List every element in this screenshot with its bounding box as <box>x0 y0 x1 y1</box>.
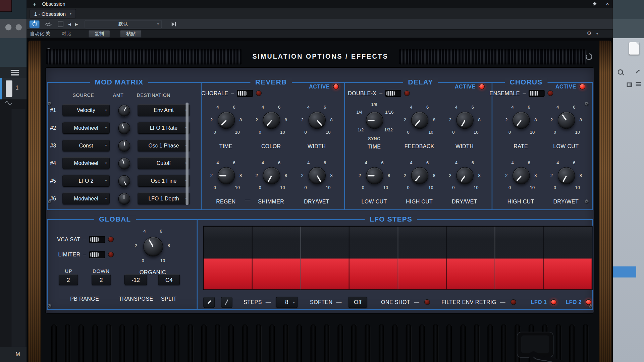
knob[interactable] <box>411 112 428 129</box>
knob[interactable] <box>118 193 130 205</box>
mod-destination-select[interactable]: Osc 1 Phase▾ <box>138 139 190 152</box>
reverb-time-knob[interactable]: 0246810TIME <box>206 102 246 149</box>
transpose-value[interactable]: -12 <box>124 274 147 285</box>
lfo-step-bar[interactable] <box>252 258 301 289</box>
lfo2-led[interactable] <box>586 299 591 305</box>
delay-active-led[interactable] <box>479 84 485 89</box>
vca-sat-led[interactable] <box>108 236 114 242</box>
mod-source-select[interactable]: Const▾ <box>62 139 110 152</box>
knob[interactable] <box>558 167 575 184</box>
knob[interactable] <box>456 112 473 129</box>
next-preset-button[interactable]: ▶ <box>75 22 78 26</box>
chorus-drywet-knob[interactable]: 0246810DRY/WET <box>546 157 586 205</box>
one-shot-led[interactable] <box>424 299 430 305</box>
mod-destination-select[interactable]: Osc 1 Fine▾ <box>138 175 190 187</box>
knob[interactable] <box>309 112 326 129</box>
lfo-step-bar[interactable] <box>204 258 252 289</box>
knob[interactable] <box>118 105 130 117</box>
delay-time-knob[interactable]: 1/81/41/161/21/32SYNCTIME <box>355 102 394 149</box>
reverb-width-knob[interactable]: 0246810WIDTH <box>297 102 336 149</box>
document-icon[interactable] <box>629 42 639 55</box>
lfo-step-bar[interactable] <box>349 258 398 289</box>
bypass-power-button[interactable] <box>29 20 40 28</box>
knob[interactable] <box>366 112 383 129</box>
vca-sat-switch[interactable] <box>89 236 105 243</box>
limiter-led[interactable] <box>108 252 114 257</box>
mod-source-select[interactable]: Modwheel▾ <box>62 157 110 169</box>
close-icon[interactable]: × <box>606 0 609 7</box>
automation-wave-icon[interactable] <box>5 101 12 105</box>
steps-select[interactable]: 8 ▾ <box>276 297 298 308</box>
pb-down-value[interactable]: 2 <box>92 274 111 285</box>
window-control-dot[interactable] <box>16 24 22 30</box>
lfo2-tab[interactable]: LFO 2 <box>566 299 582 305</box>
mod-destination-select[interactable]: Env Amt▾ <box>138 104 190 116</box>
limiter-switch[interactable] <box>89 251 105 258</box>
delay-feedback-knob[interactable]: 0246810FEEDBACK <box>399 102 439 149</box>
knob[interactable] <box>118 175 130 187</box>
line-tool-button[interactable] <box>221 297 232 308</box>
chorale-switch[interactable] <box>237 90 253 97</box>
ensemble-led[interactable] <box>547 90 553 96</box>
mod-source-select[interactable]: Modwheel▾ <box>62 192 110 204</box>
chorale-led[interactable] <box>256 90 262 96</box>
plugin-titlebar[interactable]: + Obsession × <box>27 0 613 8</box>
refresh-icon[interactable] <box>585 53 593 61</box>
list-view-icon[interactable] <box>636 82 641 87</box>
mod-amount-knob[interactable] <box>117 122 130 134</box>
knob[interactable] <box>558 112 575 129</box>
mod-destination-select[interactable]: LFO 1 Depth▾ <box>138 192 190 204</box>
mod-destination-select[interactable]: LFO 1 Rate▾ <box>138 122 190 134</box>
lfo-step-bar[interactable] <box>398 258 446 289</box>
knob[interactable] <box>263 112 280 129</box>
knob[interactable] <box>309 167 326 184</box>
split-view-icon[interactable] <box>627 82 632 87</box>
mod-destination-select[interactable]: Cutoff▾ <box>138 157 190 169</box>
preset-tab[interactable]: 1 - Obsession ▾ <box>30 9 76 18</box>
ensemble-switch[interactable] <box>529 90 545 97</box>
mod-matrix-scrollbar[interactable] <box>185 103 189 205</box>
chorus-highcut-knob[interactable]: 0246810HIGH CUT <box>501 157 541 205</box>
knob[interactable] <box>366 167 383 184</box>
lfo-step-bar[interactable] <box>543 258 592 289</box>
lfo1-tab[interactable]: LFO 1 <box>531 299 547 305</box>
chorus-active-led[interactable] <box>580 84 585 89</box>
skip-end-icon[interactable] <box>172 22 176 26</box>
knob[interactable] <box>513 167 530 184</box>
daw-selection-bar[interactable] <box>613 266 636 278</box>
gear-icon[interactable]: ⚙ <box>587 31 591 36</box>
knob[interactable] <box>118 122 130 134</box>
lfo-step-bar[interactable] <box>446 258 495 289</box>
mute-button[interactable]: M <box>16 351 20 357</box>
split-value[interactable]: C4 <box>158 274 180 285</box>
knob[interactable] <box>218 167 235 184</box>
add-icon[interactable]: + <box>33 1 36 7</box>
reverb-drywet-knob[interactable]: 0246810DRY/WET <box>297 157 336 205</box>
pb-up-value[interactable]: 2 <box>59 274 78 285</box>
delay-width-knob[interactable]: 0246810WIDTH <box>445 102 484 149</box>
knob[interactable] <box>118 140 130 152</box>
filter-env-retrig-led[interactable] <box>510 299 516 305</box>
mod-amount-knob[interactable] <box>117 139 130 152</box>
preset-file-icon[interactable] <box>58 21 63 27</box>
organic-knob[interactable]: 0246810ORGANIC <box>131 226 174 279</box>
reverb-active-led[interactable] <box>333 84 339 89</box>
knob[interactable] <box>143 237 163 257</box>
reverb-color-knob[interactable]: 0246810COLOR <box>251 102 291 149</box>
reverb-shimmer-knob[interactable]: 0246810SHIMMER <box>251 157 291 205</box>
window-control-dot[interactable] <box>5 24 11 30</box>
compare-button[interactable]: 对比 <box>62 31 71 37</box>
mod-source-select[interactable]: Velocity▾ <box>62 104 110 116</box>
previous-preset-button[interactable]: ◀ <box>68 22 71 26</box>
knob[interactable] <box>411 167 428 184</box>
lfo-step-bar[interactable] <box>301 258 350 289</box>
mod-amount-knob[interactable] <box>117 104 130 116</box>
mod-amount-knob[interactable] <box>117 192 130 205</box>
automation-button[interactable]: 自动化:关 <box>30 31 50 37</box>
double-x-led[interactable] <box>404 90 410 96</box>
mod-amount-knob[interactable] <box>117 175 130 187</box>
knob[interactable] <box>218 112 235 129</box>
expand-arrow-icon[interactable] <box>635 68 641 74</box>
magnifier-icon[interactable] <box>618 69 623 75</box>
delay-highcut-knob[interactable]: 0246810HIGH CUT <box>399 157 439 205</box>
